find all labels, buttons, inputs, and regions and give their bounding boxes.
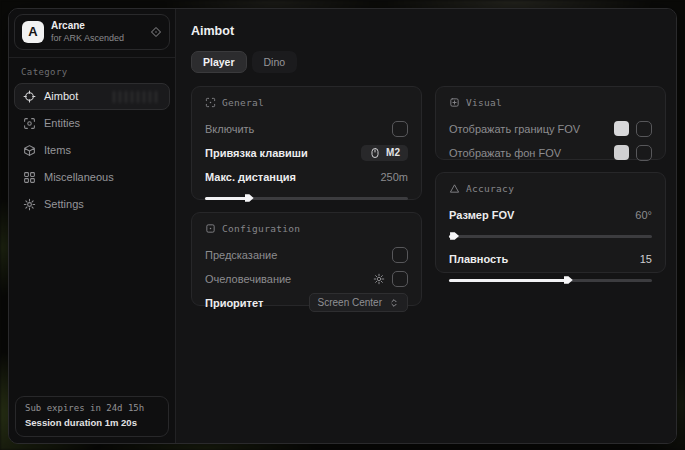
keybind-row: Привязка клавиши M2 [205, 142, 408, 163]
keybind-label: Привязка клавиши [205, 147, 308, 159]
triangle-icon [449, 183, 460, 194]
humanization-settings-gear-icon[interactable] [373, 273, 385, 285]
brand-card: A Arcane for ARK Ascended [14, 14, 170, 50]
fov-border-row: Отображать границу FOV [449, 118, 652, 139]
enable-row: Включить [205, 118, 408, 139]
sidebar-item-entities[interactable]: Entities [14, 110, 170, 137]
session-duration-text: Session duration 1m 20s [25, 416, 159, 430]
fov-background-row: Отображать фон FOV [449, 142, 652, 163]
fov-size-slider[interactable] [449, 231, 652, 241]
keybind-button[interactable]: M2 [361, 145, 408, 161]
prediction-checkbox[interactable] [392, 247, 408, 263]
prediction-label: Предсказание [205, 249, 277, 261]
frame-plus-icon [449, 97, 460, 108]
fov-border-label: Отображать границу FOV [449, 123, 580, 135]
max-distance-label: Макс. дистанция [205, 171, 296, 183]
smoothness-value: 15 [640, 253, 652, 265]
tab-dino[interactable]: Dino [252, 51, 298, 73]
max-distance-value: 250m [380, 171, 408, 183]
fov-size-value: 60° [635, 209, 652, 221]
brand-name: Arcane [51, 20, 143, 33]
smoothness-row: Плавность 15 [449, 248, 652, 269]
brand-subtitle: for ARK Ascended [51, 33, 143, 44]
box-dot-icon [205, 223, 216, 234]
sidebar-item-miscellaneous[interactable]: Miscellaneous [14, 164, 170, 191]
smoothness-label: Плавность [449, 253, 508, 265]
fov-background-color-swatch[interactable] [614, 145, 629, 160]
fov-border-checkbox[interactable] [636, 121, 652, 137]
scan-dot-icon [205, 97, 216, 108]
sidebar-item-label: Aimbot [44, 90, 78, 102]
sidebar-item-label: Items [44, 144, 71, 156]
sidebar-item-items[interactable]: Items [14, 137, 170, 164]
cheat-menu-window: A Arcane for ARK Ascended Category Ai [8, 8, 677, 444]
card-title: Accuracy [466, 183, 514, 194]
sidebar-item-label: Settings [44, 198, 84, 210]
enable-checkbox[interactable] [392, 121, 408, 137]
gear-icon [23, 198, 36, 211]
accuracy-card: Accuracy Размер FOV 60° Плавность 15 [435, 172, 666, 273]
crosshair-icon [23, 90, 36, 103]
humanization-row: Очеловечивание [205, 268, 408, 289]
prediction-row: Предсказание [205, 244, 408, 265]
fov-background-label: Отображать фон FOV [449, 147, 561, 159]
priority-row: Приоритет Screen Center [205, 292, 408, 313]
fov-size-row: Размер FOV 60° [449, 204, 652, 225]
tab-player[interactable]: Player [191, 51, 247, 73]
target-tabs: Player Dino [191, 51, 666, 73]
priority-label: Приоритет [205, 297, 263, 309]
humanization-label: Очеловечивание [205, 273, 291, 285]
card-title: General [222, 97, 264, 108]
card-title: Visual [466, 97, 502, 108]
priority-select[interactable]: Screen Center [309, 293, 408, 312]
category-nav: Aimbot Entities Items [9, 83, 175, 218]
fov-background-checkbox[interactable] [636, 145, 652, 161]
subscription-info-card: Sub expires in 24d 15h Session duration … [15, 396, 169, 437]
slider-thumb[interactable] [564, 275, 573, 285]
enable-label: Включить [205, 123, 254, 135]
sidebar-item-settings[interactable]: Settings [14, 191, 170, 218]
sub-expires-text: Sub expires in 24d 15h [25, 402, 159, 416]
package-icon [23, 144, 36, 157]
sidebar-item-label: Miscellaneous [44, 171, 114, 183]
general-card: General Включить Привязка клавиши [191, 86, 422, 200]
smoothness-slider[interactable] [449, 275, 652, 285]
priority-value: Screen Center [318, 297, 382, 308]
sidebar-item-aimbot[interactable]: Aimbot [14, 83, 170, 110]
configuration-card: Configuration Предсказание Очеловечивани… [191, 212, 422, 306]
page-title: Aimbot [191, 24, 666, 38]
humanization-checkbox[interactable] [392, 271, 408, 287]
visual-card: Visual Отображать границу FOV Отображать… [435, 86, 666, 160]
brand-logo: A [22, 21, 44, 43]
category-label: Category [9, 58, 175, 83]
mouse-icon [369, 147, 381, 159]
chevrons-up-down-icon [389, 298, 399, 308]
grid-icon [23, 171, 36, 184]
cards-grid: General Включить Привязка клавиши [191, 86, 666, 306]
fov-size-label: Размер FOV [449, 209, 514, 221]
keybind-value: M2 [386, 147, 400, 158]
scan-target-icon [23, 117, 36, 130]
sidebar: A Arcane for ARK Ascended Category Ai [9, 9, 176, 443]
slider-thumb[interactable] [245, 193, 254, 203]
slider-thumb[interactable] [450, 231, 459, 241]
max-distance-row: Макс. дистанция 250m [205, 166, 408, 187]
max-distance-slider[interactable] [205, 193, 408, 203]
fov-border-color-swatch[interactable] [614, 121, 629, 136]
card-title: Configuration [222, 223, 300, 234]
sidebar-item-label: Entities [44, 117, 80, 129]
main-panel: Aimbot Player Dino General [176, 9, 677, 443]
compass-diamond-icon[interactable] [150, 26, 162, 38]
